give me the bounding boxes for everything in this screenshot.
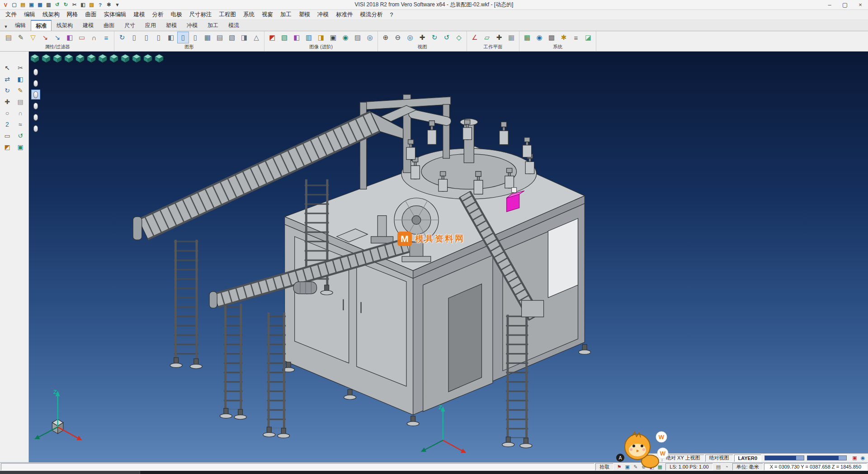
select-by-color-icon[interactable]: ↘	[39, 32, 51, 43]
offset-2-icon[interactable]: 2	[1, 119, 13, 130]
view-mode-label[interactable]: 绝对视图	[705, 455, 733, 462]
render-quality-icon[interactable]: ◨	[238, 32, 250, 43]
save-all-icon[interactable]: ▦	[36, 1, 44, 9]
texture-icon[interactable]: ▧	[278, 32, 290, 43]
menu-item[interactable]: 线架构	[39, 10, 63, 19]
filter-points-icon[interactable]	[31, 67, 40, 77]
units-indicator[interactable]: 单位: 毫米	[732, 463, 763, 470]
view-top-icon[interactable]	[41, 53, 51, 63]
lighting-icon[interactable]: ◨	[315, 32, 327, 43]
tab-item[interactable]: 线架构	[52, 20, 78, 31]
transparent-view-icon[interactable]: ▯	[189, 32, 201, 43]
zoom-out-icon[interactable]: ⊖	[392, 32, 404, 43]
menu-item[interactable]: 尺寸标注	[186, 10, 216, 19]
world-icon[interactable]: ◉	[859, 455, 867, 462]
view-iso-sw-icon[interactable]	[143, 53, 153, 63]
view-right-icon[interactable]	[98, 53, 108, 63]
sheet-icon[interactable]: ▤	[14, 96, 26, 107]
section-view-icon[interactable]: ▧	[226, 32, 238, 43]
menu-item[interactable]: 冲模	[314, 10, 332, 19]
pick-mode-label[interactable]: 拾取	[595, 463, 613, 470]
fill-tool-icon[interactable]: ◩	[1, 142, 13, 152]
trim-scissors-icon[interactable]: ✂	[14, 62, 26, 73]
tab-item[interactable]: 冲模	[182, 20, 203, 31]
zoom-fit-icon[interactable]: ◎	[404, 32, 416, 43]
menu-item[interactable]: 编辑	[20, 10, 39, 19]
snapshot-view-icon[interactable]: ◎	[364, 32, 376, 43]
reflection-icon[interactable]: ◉	[340, 32, 351, 43]
system-options-icon[interactable]: ≡	[570, 32, 582, 43]
new-file-icon[interactable]: ▢	[10, 1, 18, 9]
taskbar-app-button[interactable]	[0, 471, 140, 474]
system-calc-icon[interactable]: ▩	[546, 32, 557, 43]
pan-icon[interactable]: ✚	[416, 32, 428, 43]
view-dynamic-icon[interactable]	[154, 53, 164, 63]
rotate-view-icon[interactable]: ↻	[429, 32, 440, 43]
erase-attr-icon[interactable]: ▭	[76, 32, 88, 43]
tab-item[interactable]: 尺寸	[119, 20, 140, 31]
save-icon[interactable]: ▣	[28, 1, 35, 9]
previous-view-icon[interactable]: ↺	[441, 32, 453, 43]
color-palette-icon[interactable]: ◧	[64, 32, 75, 43]
filter-funnel-icon[interactable]: ▽	[27, 32, 39, 43]
render-cube-icon[interactable]: ▣	[851, 455, 859, 462]
workplane-grid-icon[interactable]: ▦	[505, 32, 517, 43]
menu-item[interactable]: 分析	[149, 10, 167, 19]
mirror-icon[interactable]: ◧	[14, 74, 26, 85]
workplane-angle-icon[interactable]: ∠	[469, 32, 481, 43]
paste-icon[interactable]: ▧	[88, 1, 95, 9]
curve-tool-icon[interactable]: ≈	[14, 119, 26, 130]
view-layers-icon[interactable]	[30, 53, 40, 63]
view-front-icon[interactable]	[64, 53, 74, 63]
attribute-pen-icon[interactable]: ✎	[15, 32, 27, 43]
view-back-icon[interactable]	[75, 53, 85, 63]
menu-item[interactable]: 工程图	[216, 10, 240, 19]
match-props-icon[interactable]: ∩	[88, 32, 100, 43]
layer-manager-icon[interactable]: ▤	[3, 32, 14, 43]
system-globe-icon[interactable]: ◉	[533, 32, 545, 43]
tab-item[interactable]: 建模	[78, 20, 99, 31]
background-icon[interactable]: ▥	[303, 32, 315, 43]
menu-item[interactable]: 实体编辑	[100, 10, 130, 19]
menu-item[interactable]: 电极	[167, 10, 186, 19]
menu-item[interactable]: 文件	[2, 10, 20, 19]
copy-icon[interactable]: ◧	[79, 1, 87, 9]
tab-overflow-button[interactable]: ▼	[2, 23, 10, 31]
close-button[interactable]: ×	[853, 0, 868, 9]
view-iso-nw-icon[interactable]	[120, 53, 130, 63]
tab-item[interactable]: 应用	[140, 20, 161, 31]
select-by-type-icon[interactable]: ↘	[52, 32, 63, 43]
hidden-line-icon[interactable]: ▯	[141, 32, 152, 43]
help-icon[interactable]: ?	[96, 1, 104, 9]
menu-item[interactable]: 网格	[63, 10, 82, 19]
filter-surfaces-icon[interactable]	[31, 101, 40, 111]
filter-all-icon[interactable]	[31, 123, 40, 133]
settings-icon[interactable]: ✱	[105, 1, 113, 9]
redo-icon[interactable]: ↻	[62, 1, 70, 9]
workplane-axis-icon[interactable]: ✚	[493, 32, 505, 43]
filter-mesh-icon[interactable]	[31, 112, 40, 122]
undo-icon[interactable]: ↺	[53, 1, 61, 9]
menu-item[interactable]: 塑模	[295, 10, 314, 19]
menu-item[interactable]: 系统	[240, 10, 258, 19]
qat-dropdown-icon[interactable]: ▾	[113, 1, 121, 9]
hatch-icon[interactable]: ▨	[352, 32, 363, 43]
filter-wireframe-icon[interactable]	[31, 78, 40, 88]
tab-item[interactable]: 编辑	[10, 20, 31, 31]
rotate-icon[interactable]: ↻	[1, 85, 13, 96]
tab-item[interactable]: 标准	[31, 20, 52, 31]
menu-item[interactable]: 加工	[277, 10, 295, 19]
view-iso-ne-icon[interactable]	[109, 53, 119, 63]
grid-display-icon[interactable]: ▦	[202, 32, 213, 43]
isometric-view-icon[interactable]: ◇	[453, 32, 465, 43]
shaded-view-icon[interactable]: ▯	[153, 32, 165, 43]
properties-icon[interactable]: ≡	[100, 32, 112, 43]
clock-icon[interactable]: ◔	[723, 463, 731, 470]
select-arrow-icon[interactable]: ↖	[1, 62, 13, 73]
tab-item[interactable]: 曲面	[99, 20, 119, 31]
menu-item[interactable]: ?	[387, 11, 397, 19]
minimize-button[interactable]: –	[822, 0, 837, 9]
arc-tool-icon[interactable]: ∩	[14, 108, 26, 118]
maximize-button[interactable]: ▢	[837, 0, 853, 9]
regen-icon[interactable]: ↻	[116, 32, 128, 43]
